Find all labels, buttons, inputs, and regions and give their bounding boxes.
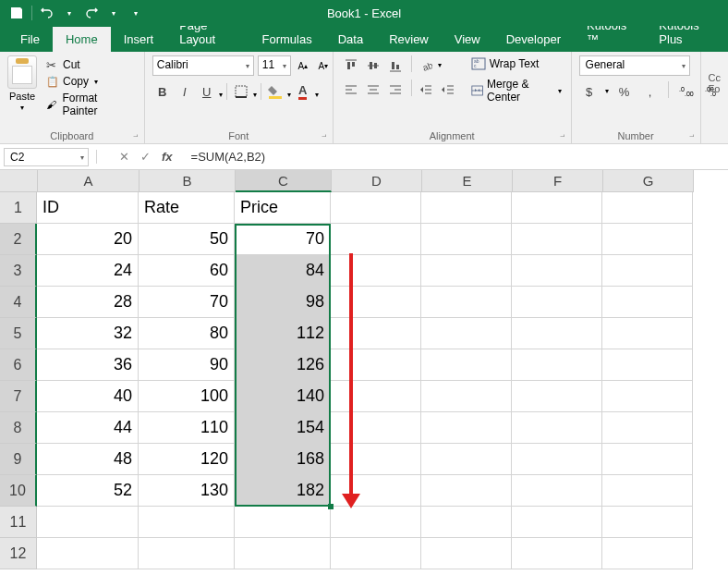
cell-b10[interactable]: 130	[139, 475, 235, 507]
fill-handle[interactable]	[328, 504, 334, 509]
cell-f2[interactable]	[512, 224, 602, 255]
orientation-button[interactable]: ab	[416, 55, 436, 76]
cell-d2[interactable]	[331, 224, 421, 255]
cell-g2[interactable]	[602, 224, 693, 255]
italic-button[interactable]: I	[175, 81, 195, 102]
cell-d10[interactable]	[331, 475, 421, 507]
cell-d3[interactable]	[331, 255, 421, 287]
cell-e7[interactable]	[421, 381, 512, 412]
cell-f7[interactable]	[512, 381, 602, 412]
cell-b7[interactable]: 100	[139, 381, 235, 412]
cell-c11[interactable]	[235, 507, 331, 538]
cell-e8[interactable]	[421, 412, 512, 444]
cell-d11[interactable]	[331, 507, 421, 538]
enter-formula-icon[interactable]: ✓	[140, 150, 151, 164]
cell-a1[interactable]: ID	[37, 192, 139, 224]
cell-c10[interactable]: 182	[235, 475, 331, 507]
font-size-select[interactable]: 11	[258, 55, 291, 76]
currency-button[interactable]: $	[579, 81, 600, 102]
cell-f3[interactable]	[512, 255, 602, 287]
cell-d12[interactable]	[331, 538, 421, 569]
cell-g1[interactable]	[602, 192, 693, 224]
cell-f11[interactable]	[512, 507, 602, 538]
row-header-11[interactable]: 11	[0, 507, 37, 538]
cell-e2[interactable]	[421, 224, 512, 255]
cell-b4[interactable]: 70	[139, 287, 235, 318]
merge-center-button[interactable]: Merge & Center ▾	[469, 76, 564, 105]
tab-home[interactable]: Home	[53, 27, 111, 52]
cell-a11[interactable]	[37, 507, 139, 538]
cell-e6[interactable]	[421, 349, 512, 381]
increase-decimal-button[interactable]: .0.00	[676, 81, 697, 102]
row-header-12[interactable]: 12	[0, 538, 37, 569]
cell-d6[interactable]	[331, 349, 421, 381]
border-button[interactable]	[231, 81, 251, 102]
tab-view[interactable]: View	[442, 27, 493, 52]
cell-g10[interactable]	[602, 475, 693, 507]
cell-f12[interactable]	[512, 538, 602, 569]
cell-c9[interactable]: 168	[235, 444, 331, 475]
bold-button[interactable]: B	[152, 81, 173, 102]
fx-icon[interactable]: fx	[162, 150, 173, 164]
increase-indent-button[interactable]	[438, 80, 458, 100]
cell-a7[interactable]: 40	[37, 381, 139, 412]
cell-g8[interactable]	[602, 412, 693, 444]
cell-g11[interactable]	[602, 507, 693, 538]
cell-b5[interactable]: 80	[139, 318, 235, 349]
cell-b3[interactable]: 60	[139, 255, 235, 287]
cell-c6[interactable]: 126	[235, 349, 331, 381]
cell-f10[interactable]	[512, 475, 602, 507]
save-icon[interactable]	[9, 6, 24, 20]
name-box[interactable]: C2	[4, 148, 89, 166]
cell-g7[interactable]	[602, 381, 693, 412]
cell-b6[interactable]: 90	[139, 349, 235, 381]
cell-g5[interactable]	[602, 318, 693, 349]
cell-g3[interactable]	[602, 255, 693, 287]
cell-f5[interactable]	[512, 318, 602, 349]
col-header-g[interactable]: G	[603, 170, 694, 192]
font-color-button[interactable]: A	[293, 81, 313, 102]
tab-insert[interactable]: Insert	[111, 27, 167, 52]
cell-g12[interactable]	[602, 538, 693, 569]
cell-a4[interactable]: 28	[37, 287, 139, 318]
cell-e5[interactable]	[421, 318, 512, 349]
tab-data[interactable]: Data	[325, 27, 376, 52]
font-name-select[interactable]: Calibri	[152, 55, 254, 76]
cancel-formula-icon[interactable]: ✕	[119, 150, 129, 164]
cell-c1[interactable]: Price	[235, 192, 331, 224]
cell-b12[interactable]	[139, 538, 235, 569]
number-format-select[interactable]: General	[579, 55, 690, 76]
col-header-f[interactable]: F	[513, 170, 603, 192]
row-header-10[interactable]: 10	[0, 475, 37, 507]
cell-b11[interactable]	[139, 507, 235, 538]
cell-g6[interactable]	[602, 349, 693, 381]
col-header-e[interactable]: E	[422, 170, 513, 192]
cell-e3[interactable]	[421, 255, 512, 287]
align-left-button[interactable]	[341, 80, 361, 100]
align-middle-button[interactable]	[363, 55, 383, 76]
cell-d8[interactable]	[331, 412, 421, 444]
decrease-font-button[interactable]: A▾	[315, 56, 332, 75]
tab-file[interactable]: File	[7, 27, 53, 52]
cell-d9[interactable]	[331, 444, 421, 475]
cell-a6[interactable]: 36	[37, 349, 139, 381]
cell-c4[interactable]: 98	[235, 287, 331, 318]
tab-review[interactable]: Review	[376, 27, 442, 52]
cell-a10[interactable]: 52	[37, 475, 139, 507]
cell-e4[interactable]	[421, 287, 512, 318]
fill-color-button[interactable]	[265, 81, 285, 102]
cell-f4[interactable]	[512, 287, 602, 318]
increase-font-button[interactable]: A▴	[295, 56, 311, 75]
select-all-corner[interactable]	[0, 170, 38, 192]
copy-button[interactable]: Copy ▾	[42, 74, 137, 89]
cell-b2[interactable]: 50	[139, 224, 235, 255]
wrap-text-button[interactable]: abc Wrap Text	[469, 55, 564, 72]
cell-c12[interactable]	[235, 538, 331, 569]
cell-f8[interactable]	[512, 412, 602, 444]
cell-f9[interactable]	[512, 444, 602, 475]
align-right-button[interactable]	[385, 80, 406, 100]
cell-b1[interactable]: Rate	[139, 192, 235, 224]
cell-c7[interactable]: 140	[235, 381, 331, 412]
cell-c2[interactable]: 70	[235, 224, 331, 255]
redo-icon[interactable]	[84, 6, 99, 20]
